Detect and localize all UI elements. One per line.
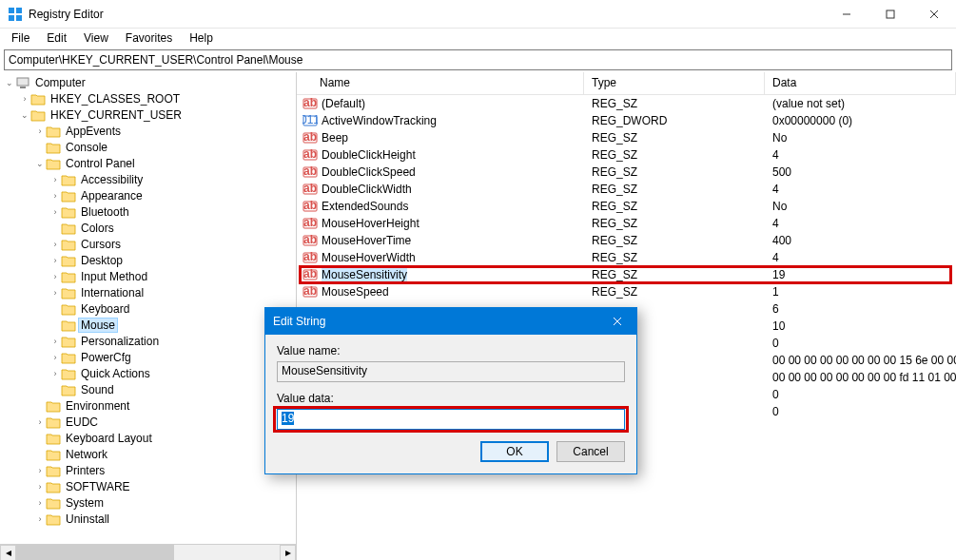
twisty-icon[interactable]: › bbox=[49, 337, 61, 346]
cancel-button[interactable]: Cancel bbox=[556, 441, 625, 462]
tree-node[interactable]: Colors bbox=[0, 220, 296, 236]
ok-button[interactable]: OK bbox=[480, 441, 549, 462]
tree-node[interactable]: Environment bbox=[0, 397, 296, 414]
value-row[interactable]: abMouseHoverWidthREG_SZ4 bbox=[297, 249, 956, 266]
tree-node[interactable]: ›Appearance bbox=[0, 187, 296, 203]
horizontal-scrollbar[interactable]: ◂ ▸ bbox=[0, 544, 296, 560]
twisty-icon[interactable]: ⌄ bbox=[4, 78, 15, 87]
tree-node[interactable]: ⌄Control Panel bbox=[0, 155, 296, 171]
tree-node[interactable]: ›Cursors bbox=[0, 236, 296, 252]
tree-node[interactable]: ›Printers bbox=[0, 462, 296, 478]
twisty-icon[interactable]: › bbox=[19, 94, 30, 104]
tree-node[interactable]: ›Accessibility bbox=[0, 171, 296, 187]
menu-edit[interactable]: Edit bbox=[39, 29, 74, 47]
tree-node[interactable]: ›AppEvents bbox=[0, 123, 296, 139]
value-data-input[interactable]: 19 bbox=[277, 409, 625, 430]
menu-view[interactable]: View bbox=[76, 29, 116, 47]
menu-favorites[interactable]: Favorites bbox=[118, 29, 180, 47]
tree-node[interactable]: Sound bbox=[0, 381, 296, 397]
tree-node[interactable]: ›System bbox=[0, 494, 296, 511]
twisty-icon[interactable]: ⌄ bbox=[19, 110, 30, 120]
twisty-icon[interactable]: › bbox=[34, 482, 46, 492]
tree-node[interactable]: ›Desktop bbox=[0, 252, 296, 268]
twisty-icon[interactable]: › bbox=[49, 288, 61, 298]
folder-icon bbox=[61, 367, 76, 380]
dialog-close-button[interactable] bbox=[598, 308, 636, 335]
tree-node[interactable]: ›International bbox=[0, 284, 296, 300]
tree-node[interactable]: ›EUDC bbox=[0, 414, 296, 430]
scroll-right-button[interactable]: ▸ bbox=[280, 545, 296, 561]
scroll-thumb[interactable] bbox=[16, 545, 174, 561]
address-bar[interactable]: Computer\HKEY_CURRENT_USER\Control Panel… bbox=[4, 49, 952, 70]
twisty-icon[interactable]: › bbox=[49, 272, 61, 281]
twisty-icon[interactable]: › bbox=[34, 126, 46, 136]
tree-node[interactable]: ⌄Computer bbox=[0, 74, 296, 90]
twisty-icon[interactable]: › bbox=[34, 498, 46, 508]
value-row[interactable]: abBeepREG_SZNo bbox=[297, 129, 956, 146]
column-name[interactable]: Name bbox=[297, 72, 584, 94]
menu-file[interactable]: File bbox=[4, 29, 37, 47]
tree-node[interactable]: ›Bluetooth bbox=[0, 203, 296, 220]
tree-label: Bluetooth bbox=[79, 205, 131, 219]
folder-icon bbox=[46, 141, 61, 154]
value-data: 1 bbox=[765, 285, 956, 299]
tree-label: Uninstall bbox=[64, 512, 111, 526]
registry-tree[interactable]: ⌄Computer›HKEY_CLASSES_ROOT⌄HKEY_CURRENT… bbox=[0, 72, 296, 544]
twisty-icon[interactable]: › bbox=[49, 369, 61, 378]
maximize-button[interactable] bbox=[868, 0, 912, 29]
tree-node[interactable]: ›HKEY_CLASSES_ROOT bbox=[0, 90, 296, 106]
menu-help[interactable]: Help bbox=[182, 29, 221, 47]
tree-node[interactable]: ⌄HKEY_CURRENT_USER bbox=[0, 106, 296, 123]
minimize-button[interactable] bbox=[825, 0, 868, 29]
value-row[interactable]: abDoubleClickHeightREG_SZ4 bbox=[297, 146, 956, 164]
tree-node[interactable]: ›Quick Actions bbox=[0, 365, 296, 381]
tree-node[interactable]: Keyboard Layout bbox=[0, 430, 296, 446]
svg-text:ab: ab bbox=[303, 250, 317, 263]
value-type: REG_SZ bbox=[584, 251, 765, 264]
folder-icon bbox=[46, 496, 61, 510]
edit-string-dialog: Edit String Value name: MouseSensitivity… bbox=[264, 307, 637, 474]
tree-node[interactable]: ›Uninstall bbox=[0, 511, 296, 527]
value-data: 400 bbox=[765, 234, 956, 247]
column-data[interactable]: Data bbox=[765, 72, 956, 94]
svg-rect-5 bbox=[887, 10, 894, 18]
twisty-icon[interactable]: › bbox=[49, 175, 61, 184]
value-row[interactable]: abMouseSpeedREG_SZ1 bbox=[297, 283, 956, 300]
tree-node[interactable]: Mouse bbox=[0, 317, 296, 333]
twisty-icon[interactable]: › bbox=[49, 256, 61, 265]
twisty-icon[interactable]: › bbox=[34, 514, 46, 524]
tree-node[interactable]: ›SOFTWARE bbox=[0, 478, 296, 494]
twisty-icon[interactable]: › bbox=[49, 207, 61, 217]
tree-label: HKEY_CLASSES_ROOT bbox=[49, 92, 182, 106]
tree-node[interactable]: ›PowerCfg bbox=[0, 349, 296, 365]
value-row[interactable]: ab(Default)REG_SZ(value not set) bbox=[297, 95, 956, 112]
tree-node[interactable]: ›Input Method bbox=[0, 268, 296, 284]
value-row[interactable]: abDoubleClickSpeedREG_SZ500 bbox=[297, 164, 956, 181]
tree-node[interactable]: Console bbox=[0, 139, 296, 155]
twisty-icon[interactable]: › bbox=[49, 240, 61, 249]
folder-icon bbox=[61, 351, 76, 364]
tree-node[interactable]: Keyboard bbox=[0, 300, 296, 317]
twisty-icon[interactable]: › bbox=[34, 466, 46, 475]
value-row[interactable]: 011ActiveWindowTrackingREG_DWORD0x000000… bbox=[297, 112, 956, 129]
value-row[interactable]: abExtendedSoundsREG_SZNo bbox=[297, 198, 956, 215]
twisty-icon[interactable]: ⌄ bbox=[34, 159, 46, 168]
twisty-icon[interactable]: › bbox=[34, 417, 46, 427]
close-button[interactable] bbox=[912, 0, 956, 29]
dialog-titlebar[interactable]: Edit String bbox=[265, 308, 636, 335]
tree-node[interactable]: ›Personalization bbox=[0, 333, 296, 349]
tree-node[interactable]: Network bbox=[0, 446, 296, 462]
scroll-left-button[interactable]: ◂ bbox=[0, 545, 16, 561]
value-row[interactable]: abDoubleClickWidthREG_SZ4 bbox=[297, 181, 956, 198]
tree-label: System bbox=[64, 496, 106, 510]
twisty-icon[interactable]: › bbox=[49, 353, 61, 362]
value-row[interactable]: abMouseSensitivityREG_SZ19 bbox=[297, 266, 956, 283]
app-icon bbox=[8, 7, 23, 22]
value-data: 6 bbox=[765, 302, 956, 316]
value-row[interactable]: abMouseHoverTimeREG_SZ400 bbox=[297, 232, 956, 249]
twisty-icon[interactable]: › bbox=[49, 191, 61, 201]
value-row[interactable]: abMouseHoverHeightREG_SZ4 bbox=[297, 215, 956, 232]
string-icon: ab bbox=[302, 250, 318, 265]
column-type[interactable]: Type bbox=[584, 72, 765, 94]
tree-label: Environment bbox=[64, 399, 131, 413]
